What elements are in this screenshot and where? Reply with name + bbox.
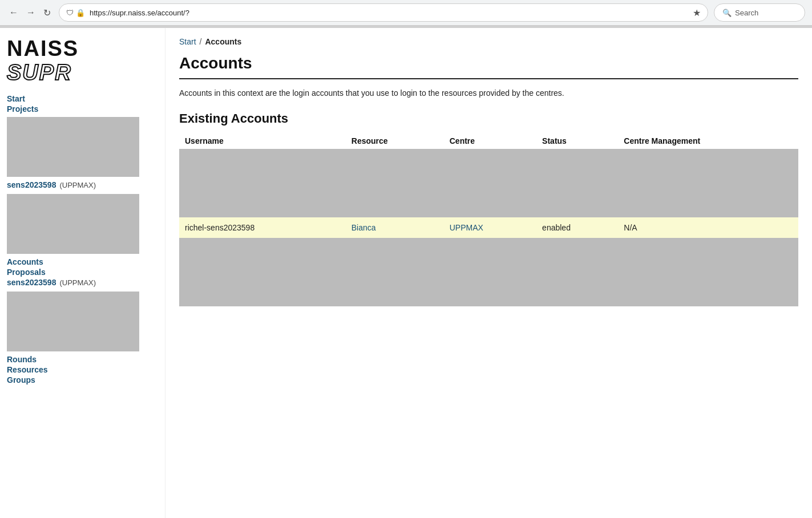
cell-resource: Bianca bbox=[346, 217, 444, 238]
sidebar-placeholder-2 bbox=[7, 194, 139, 254]
sidebar: NAISS SUPR Start Projects sens2023598 (U… bbox=[0, 28, 165, 518]
cell-username: richel-sens2023598 bbox=[179, 217, 346, 238]
sidebar-placeholder-3 bbox=[7, 292, 139, 351]
sidebar-placeholder-1 bbox=[7, 117, 139, 177]
search-label: Search bbox=[735, 9, 758, 17]
bookmark-button[interactable]: ★ bbox=[693, 7, 701, 18]
page-description: Accounts in this context are the login a… bbox=[179, 88, 798, 98]
username-value: richel-sens2023598 bbox=[185, 223, 254, 232]
browser-chrome: ← → ↻ 🛡 🔒 ★ 🔍 Search bbox=[0, 0, 812, 26]
breadcrumb-separator: / bbox=[200, 37, 202, 46]
address-bar[interactable]: 🛡 🔒 ★ bbox=[59, 3, 708, 22]
logo-naiss: NAISS bbox=[7, 37, 158, 61]
sidebar-project-2: sens2023598 (UPPMAX) bbox=[7, 278, 158, 288]
sidebar-project-tag-1: (UPPMAX) bbox=[59, 181, 96, 189]
cell-status: enabled bbox=[536, 217, 618, 238]
table-row-placeholder-1 bbox=[179, 149, 798, 217]
search-icon: 🔍 bbox=[722, 9, 732, 17]
placeholder-cell-1 bbox=[179, 149, 798, 217]
table-body: richel-sens2023598 Bianca UPPMAX enabled… bbox=[179, 149, 798, 306]
nav-buttons: ← → ↻ bbox=[7, 5, 53, 21]
sidebar-project-link-1[interactable]: sens2023598 bbox=[7, 180, 56, 189]
table-row-placeholder-2 bbox=[179, 238, 798, 306]
col-management: Centre Management bbox=[618, 133, 798, 149]
back-button[interactable]: ← bbox=[7, 5, 21, 20]
security-icons: 🛡 🔒 bbox=[66, 9, 85, 17]
sidebar-project-1: sens2023598 (UPPMAX) bbox=[7, 180, 158, 191]
sidebar-item-projects[interactable]: Projects bbox=[7, 104, 158, 114]
main-content: Start / Accounts Accounts Accounts in th… bbox=[165, 28, 812, 518]
col-status: Status bbox=[536, 133, 618, 149]
shield-icon: 🛡 bbox=[66, 9, 74, 17]
reload-button[interactable]: ↻ bbox=[41, 5, 53, 21]
cell-management: N/A bbox=[618, 217, 798, 238]
placeholder-cell-2 bbox=[179, 238, 798, 306]
sidebar-nav: Start Projects sens2023598 (UPPMAX) Acco… bbox=[7, 94, 158, 385]
sidebar-item-accounts[interactable]: Accounts bbox=[7, 257, 158, 266]
cell-centre: UPPMAX bbox=[444, 217, 536, 238]
sidebar-project-tag-2: (UPPMAX) bbox=[59, 278, 96, 287]
centre-link[interactable]: UPPMAX bbox=[450, 223, 483, 232]
sidebar-project-link-2[interactable]: sens2023598 bbox=[7, 278, 56, 287]
sidebar-item-start[interactable]: Start bbox=[7, 94, 158, 103]
sidebar-item-proposals[interactable]: Proposals bbox=[7, 268, 158, 277]
table-row: richel-sens2023598 Bianca UPPMAX enabled… bbox=[179, 217, 798, 238]
accounts-table: Username Resource Centre Status Centre M… bbox=[179, 133, 798, 306]
existing-accounts-title: Existing Accounts bbox=[179, 111, 798, 126]
breadcrumb: Start / Accounts bbox=[179, 37, 798, 46]
col-resource: Resource bbox=[346, 133, 444, 149]
search-box[interactable]: 🔍 Search bbox=[714, 3, 805, 22]
breadcrumb-current: Accounts bbox=[205, 37, 241, 46]
main-layout: NAISS SUPR Start Projects sens2023598 (U… bbox=[0, 28, 812, 518]
table-header-row: Username Resource Centre Status Centre M… bbox=[179, 133, 798, 149]
page-title: Accounts bbox=[179, 54, 798, 79]
sidebar-logo: NAISS SUPR bbox=[7, 37, 158, 85]
sidebar-item-rounds[interactable]: Rounds bbox=[7, 355, 158, 364]
resource-link[interactable]: Bianca bbox=[352, 223, 376, 232]
lock-icon: 🔒 bbox=[76, 9, 85, 17]
logo-supr: SUPR bbox=[7, 61, 158, 85]
breadcrumb-start[interactable]: Start bbox=[179, 37, 196, 46]
url-input[interactable] bbox=[90, 9, 686, 17]
sidebar-item-resources[interactable]: Resources bbox=[7, 365, 158, 374]
sidebar-item-groups[interactable]: Groups bbox=[7, 375, 158, 385]
table-header: Username Resource Centre Status Centre M… bbox=[179, 133, 798, 149]
col-username: Username bbox=[179, 133, 346, 149]
col-centre: Centre bbox=[444, 133, 536, 149]
forward-button[interactable]: → bbox=[24, 5, 38, 20]
